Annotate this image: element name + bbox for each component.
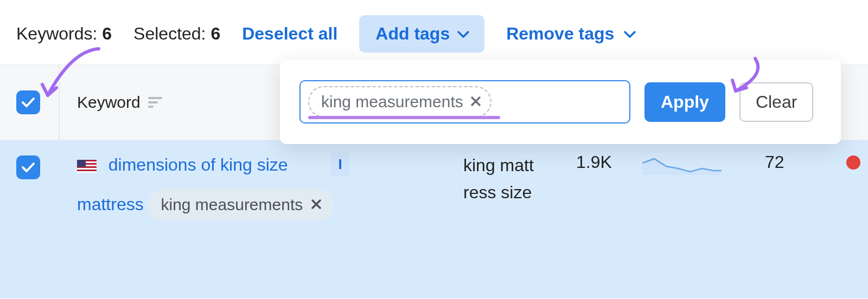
kd-value: 72: [765, 152, 784, 172]
column-divider: [59, 65, 60, 140]
keywords-count: Keywords: 6: [16, 24, 112, 44]
svg-rect-3: [77, 168, 97, 170]
chevron-down-icon: [624, 31, 635, 37]
remove-tags-label: Remove tags: [506, 24, 614, 44]
deselect-all-link[interactable]: Deselect all: [242, 24, 337, 44]
us-flag-icon: [77, 159, 97, 172]
volume-value: 1.9K: [576, 152, 612, 172]
tag-chip: king measurements: [308, 86, 492, 118]
secondary-keyword: king mattress size: [463, 152, 537, 206]
column-keyword-label: Keyword: [77, 93, 141, 112]
svg-rect-5: [77, 160, 86, 167]
keyword-cell: dimensions of king size mattress king me…: [77, 152, 359, 284]
selected-label: Selected:: [133, 24, 206, 43]
tag-input[interactable]: king measurements: [299, 80, 630, 123]
sort-icon: [148, 97, 162, 108]
select-all-checkbox[interactable]: [16, 90, 40, 114]
clear-button[interactable]: Clear: [739, 82, 813, 122]
column-keyword-header[interactable]: Keyword: [77, 93, 162, 112]
applied-tag: king measurements: [148, 189, 333, 220]
chevron-down-icon: [457, 31, 468, 37]
annotation-underline: [308, 116, 500, 119]
toolbar: Keywords: 6 Selected: 6 Deselect all Add…: [0, 0, 868, 64]
selected-count-value: 6: [210, 24, 220, 43]
selected-count: Selected: 6: [133, 24, 220, 44]
close-icon[interactable]: [470, 93, 482, 111]
apply-button[interactable]: Apply: [644, 82, 725, 122]
kd-difficulty-dot: [846, 155, 860, 170]
add-tags-button[interactable]: Add tags: [359, 15, 484, 53]
tag-chip-label: king measurements: [321, 93, 463, 111]
applied-tag-label: king measurements: [161, 196, 303, 214]
table-row: dimensions of king size mattress king me…: [0, 140, 868, 298]
add-tags-label: Add tags: [375, 24, 450, 44]
keywords-label: Keywords:: [16, 24, 97, 43]
intent-badge: I: [331, 152, 349, 176]
close-icon[interactable]: [310, 196, 322, 214]
keywords-count-value: 6: [102, 24, 112, 43]
row-checkbox[interactable]: [16, 155, 40, 179]
svg-rect-4: [77, 171, 97, 173]
trend-sparkline: [642, 152, 722, 180]
remove-tags-button[interactable]: Remove tags: [506, 24, 635, 44]
add-tags-popover: king measurements Apply Clear: [280, 60, 841, 144]
